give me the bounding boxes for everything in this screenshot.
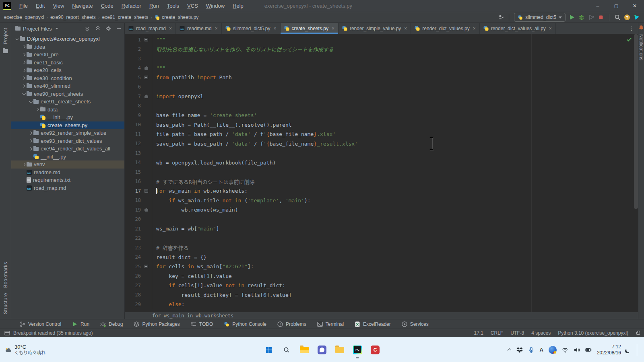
code-line[interactable]: 17for ws_main in wb.worksheets: xyxy=(125,186,638,196)
editor-scrollbar[interactable] xyxy=(634,34,638,209)
line-number[interactable]: 21 xyxy=(125,226,141,232)
line-number[interactable]: 15 xyxy=(125,169,141,175)
code-line[interactable]: 27 if cells[1].value not in result_dict: xyxy=(125,281,638,290)
minimize-button[interactable]: – xyxy=(588,0,607,12)
status-caret-position[interactable]: 17:1 xyxy=(474,330,483,336)
toolwindow-item-version-control[interactable]: Version Control xyxy=(19,321,61,327)
taskbar-red-app-icon[interactable]: C xyxy=(369,344,381,356)
line-number[interactable]: 5 xyxy=(125,75,141,80)
toolwindow-item-run[interactable]: Run xyxy=(72,321,89,327)
tray-wifi-icon[interactable] xyxy=(562,347,568,353)
line-number[interactable]: 18 xyxy=(125,197,141,203)
chevron-expanded-icon[interactable] xyxy=(22,92,25,95)
menu-item-window[interactable]: Window xyxy=(202,0,229,12)
tray-battery-icon[interactable] xyxy=(585,347,592,353)
chevron-collapsed-icon[interactable] xyxy=(22,69,25,72)
line-number[interactable]: 11 xyxy=(125,132,141,137)
code-line[interactable]: 18 if ws_main.title not in ('template', … xyxy=(125,196,638,206)
tree-row[interactable]: create_sheets.py xyxy=(11,121,124,130)
tree-row[interactable]: data xyxy=(11,106,124,114)
code-line[interactable]: 9base_file_name = 'create_sheets' xyxy=(125,111,638,120)
tree-row[interactable]: exe40_slimmed xyxy=(11,82,124,90)
context-breadcrumb[interactable]: for ws_main in wb.worksheets xyxy=(125,312,638,319)
tray-chevron-up-icon[interactable] xyxy=(508,348,511,351)
run-button[interactable] xyxy=(569,14,575,21)
status-message[interactable]: Breakpoint reached (35 minutes ago) xyxy=(13,330,93,336)
fold-marker-icon[interactable] xyxy=(144,95,148,98)
line-number[interactable]: 4 xyxy=(125,65,141,71)
editor-tab[interactable]: readme.md× xyxy=(176,23,222,34)
code-line[interactable]: 16# すでにあるR相当のシートは事前に削除 xyxy=(125,177,638,187)
chevron-collapsed-icon[interactable] xyxy=(22,61,25,64)
user-icon[interactable] xyxy=(497,14,504,21)
code-line[interactable]: 10base_path = Path(__file__).resolve().p… xyxy=(125,120,638,130)
chevron-expanded-icon[interactable] xyxy=(29,100,32,103)
run-config-select[interactable]: slimmed_dict5 xyxy=(514,13,566,22)
lock-icon[interactable] xyxy=(636,332,640,335)
code-line[interactable]: 29 else: xyxy=(125,300,638,309)
close-button[interactable]: ✕ xyxy=(625,0,644,12)
code-line[interactable]: 3 xyxy=(125,54,638,64)
toolwindow-item-debug[interactable]: Debug xyxy=(100,321,123,327)
toolwindow-item-python-packages[interactable]: Python Packages xyxy=(133,321,180,327)
code-line[interactable]: 4""" xyxy=(125,64,638,73)
tree-row[interactable]: exe94_render_dict_values_all xyxy=(11,145,124,153)
menu-item-navigate[interactable]: Navigate xyxy=(68,0,97,12)
tree-row[interactable]: __init__.py xyxy=(11,113,124,121)
menu-item-code[interactable]: Code xyxy=(97,0,118,12)
tree-row[interactable]: exe20_cells xyxy=(11,66,124,74)
moon-icon[interactable] xyxy=(626,347,632,352)
debug-button[interactable] xyxy=(578,14,585,21)
code-line[interactable]: 24result_dict = {} xyxy=(125,253,638,262)
notifications-bell-icon[interactable] xyxy=(638,25,644,31)
breadcrumb-item[interactable]: create_sheets.py xyxy=(155,14,198,20)
taskbar-pycharm-icon[interactable]: PC xyxy=(351,344,363,356)
tabs-overflow-menu-icon[interactable]: ⋮ xyxy=(625,23,638,34)
tool-strip-notifications[interactable]: Notifications xyxy=(638,34,644,60)
tab-close-icon[interactable]: × xyxy=(215,26,218,31)
breadcrumb-item[interactable]: exe90_report_sheets xyxy=(50,14,96,20)
chevron-collapsed-icon[interactable] xyxy=(22,45,25,48)
code-editor[interactable]: 1"""2取引先名の重複しないリストを作り、そのリストに従ってシートを作成する3… xyxy=(125,34,638,312)
toolwindow-item-services[interactable]: Services xyxy=(401,321,429,327)
line-number[interactable]: 2 xyxy=(125,46,141,52)
line-number[interactable]: 17 xyxy=(125,188,141,194)
status-encoding[interactable]: UTF-8 xyxy=(510,330,524,336)
editor-tab[interactable]: render_dict_values_all.py× xyxy=(480,23,556,34)
chevron-collapsed-icon[interactable] xyxy=(22,163,25,166)
maximize-button[interactable]: ▢ xyxy=(607,0,625,12)
taskbar-explorer-icon[interactable] xyxy=(298,344,310,356)
taskbar-folder-icon[interactable] xyxy=(334,344,346,356)
tree-row[interactable]: exe30_condition xyxy=(11,74,124,82)
fold-marker-icon[interactable] xyxy=(144,66,148,70)
settings-gear-icon[interactable] xyxy=(105,25,111,32)
tab-close-icon[interactable]: × xyxy=(169,26,172,31)
tree-row[interactable]: exe93_render_dict_values xyxy=(11,137,124,145)
tree-row[interactable]: requirements.txt xyxy=(11,176,124,184)
chevron-collapsed-icon[interactable] xyxy=(22,76,25,80)
tray-sphere-icon[interactable] xyxy=(549,346,557,354)
editor-tab[interactable]: slimmed_dict5.py× xyxy=(222,23,281,34)
line-number[interactable]: 13 xyxy=(125,150,141,156)
line-number[interactable]: 22 xyxy=(125,235,141,241)
line-number[interactable]: 25 xyxy=(125,264,141,269)
fold-marker-icon[interactable] xyxy=(144,38,148,41)
code-line[interactable]: 8 xyxy=(125,101,638,111)
chevron-collapsed-icon[interactable] xyxy=(22,53,25,56)
line-number[interactable]: 16 xyxy=(125,179,141,184)
code-line[interactable]: 20 xyxy=(125,215,638,224)
tray-volume-icon[interactable] xyxy=(574,347,580,353)
update-available-icon[interactable] xyxy=(624,14,630,21)
menu-item-file[interactable]: File xyxy=(15,0,32,12)
chevron-collapsed-icon[interactable] xyxy=(29,147,32,150)
editor-tab[interactable]: road_map.md× xyxy=(125,23,176,34)
chevron-collapsed-icon[interactable] xyxy=(29,139,32,142)
code-line[interactable]: 25for cells in ws_main["A2:G21"]: xyxy=(125,262,638,272)
code-line[interactable]: 13 xyxy=(125,148,638,158)
tab-close-icon[interactable]: × xyxy=(332,26,334,31)
code-line[interactable]: 5from pathlib import Path xyxy=(125,73,638,82)
tool-strip-project[interactable]: Project xyxy=(3,28,8,44)
tool-strip-structure[interactable]: Structure xyxy=(3,293,8,314)
line-number[interactable]: 7 xyxy=(125,94,141,99)
breadcrumb-item[interactable]: exercise_openpyxl xyxy=(4,14,44,20)
